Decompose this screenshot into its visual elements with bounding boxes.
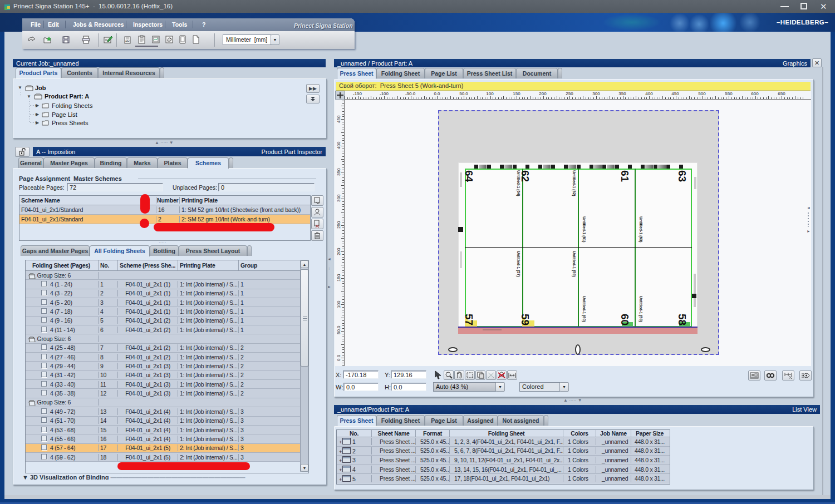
svg-text:abc: abc [125,39,130,43]
